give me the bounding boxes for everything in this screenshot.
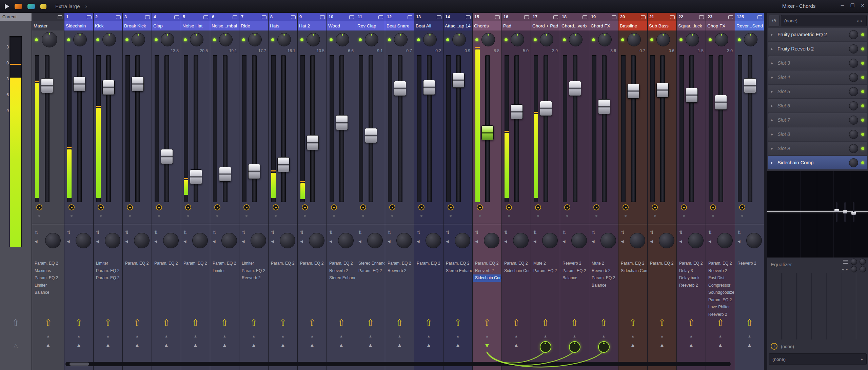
slot-enable-led[interactable] bbox=[861, 76, 864, 79]
track-header[interactable]: 9 Hat 2 bbox=[298, 13, 327, 30]
record-arm-dot[interactable] bbox=[187, 215, 189, 217]
insert-effect-label[interactable]: Stereo Enhancer bbox=[357, 260, 384, 267]
record-arm-dot[interactable] bbox=[304, 215, 306, 217]
pan-knob[interactable] bbox=[511, 33, 524, 46]
volume-fader[interactable] bbox=[511, 104, 523, 119]
mixer-track-strip[interactable]: 19 Chord FX -3.6 ⇅ ◀ Mute 2Reeverb 2Para… bbox=[589, 13, 618, 370]
volume-fader[interactable] bbox=[132, 77, 144, 91]
slot-expand-arrow[interactable]: ▸ bbox=[771, 132, 774, 137]
route-to-master-icon[interactable]: ⇧ bbox=[298, 318, 327, 328]
mixer-track-strip[interactable]: 1 Sidechain ⇅ ◀ ⇧ ▲ ▲ bbox=[64, 13, 93, 370]
pan-knob[interactable] bbox=[627, 33, 641, 46]
track-header[interactable]: 2 Kick bbox=[94, 13, 122, 30]
track-header[interactable]: 12 Beat Snare bbox=[385, 13, 414, 30]
mixer-track-strip[interactable]: 23 Chop FX -3.0 ⇅ ◀ Param. EQ 2Reeverb 2… bbox=[706, 13, 735, 370]
track-enable-button[interactable] bbox=[127, 204, 133, 210]
mixer-track-strip[interactable]: 15 Chords -8.8 ⇅ ◀ Param. EQ 2Reeverb 2S… bbox=[473, 13, 501, 370]
track-header[interactable]: 18 Chord...verb bbox=[560, 13, 589, 30]
mixer-track-strip[interactable]: 13 Beat All -0.2 ⇅ ◀ Param. EQ 2 ⇧ ▲ ▲ bbox=[414, 13, 443, 370]
effect-slot[interactable]: ▸ Slot 8 bbox=[768, 127, 867, 141]
track-name[interactable]: Noise...mbal bbox=[210, 21, 239, 30]
fader-track[interactable] bbox=[660, 55, 665, 202]
pan-knob[interactable] bbox=[277, 33, 291, 46]
updown-arrows-icon[interactable]: ⇅ bbox=[592, 230, 595, 235]
slot-enable-led[interactable] bbox=[861, 33, 864, 36]
mini-fader-handle[interactable] bbox=[834, 209, 839, 212]
insert-effect-label[interactable]: Mute 2 bbox=[532, 260, 559, 267]
volume-fader[interactable] bbox=[394, 81, 406, 96]
route-small-arrow[interactable]: ▲ bbox=[706, 334, 735, 338]
slot-expand-arrow[interactable]: ▸ bbox=[771, 146, 774, 151]
track-enable-button[interactable] bbox=[98, 204, 104, 210]
pan-knob[interactable] bbox=[248, 33, 262, 46]
volume-fader[interactable] bbox=[41, 78, 53, 93]
eq-mini-fader[interactable] bbox=[836, 202, 837, 222]
track-enable-button[interactable] bbox=[477, 204, 483, 210]
volume-fader[interactable] bbox=[161, 149, 173, 164]
select-arrows-icon[interactable]: ◂ ▸ bbox=[856, 19, 863, 23]
record-arm-dot[interactable] bbox=[38, 215, 40, 217]
record-arm-dot[interactable] bbox=[537, 215, 539, 217]
fader-track[interactable] bbox=[427, 55, 432, 202]
track-header[interactable]: 1 Sidechain bbox=[64, 13, 93, 30]
effect-slot[interactable]: ▸ Slot 4 bbox=[768, 70, 867, 84]
route-small-arrow[interactable]: ▲ bbox=[735, 334, 764, 338]
track-name[interactable]: Noise Hat bbox=[181, 21, 210, 30]
slot-mix-knob[interactable] bbox=[849, 30, 858, 39]
stereo-separation-knob[interactable] bbox=[630, 233, 645, 248]
record-arm-dot[interactable] bbox=[362, 215, 364, 217]
route-small-arrow[interactable]: ▲ bbox=[531, 334, 560, 338]
plugin-back-button[interactable]: ↺ bbox=[769, 15, 780, 26]
volume-fader[interactable] bbox=[481, 125, 494, 140]
insert-effect-label[interactable]: Param. EQ 2 bbox=[473, 260, 501, 267]
stereo-separation-knob[interactable] bbox=[455, 233, 470, 248]
route-to-master-icon[interactable]: ⇧ bbox=[502, 318, 531, 328]
track-enable-button[interactable] bbox=[623, 204, 629, 210]
mini-fader-handle[interactable] bbox=[843, 210, 847, 213]
track-name[interactable]: Rever...Send bbox=[735, 21, 764, 30]
track-enable-button[interactable] bbox=[564, 204, 570, 210]
track-header[interactable]: 19 Chord FX bbox=[589, 13, 618, 30]
mixer-track-strip[interactable]: 9 Hat 2 -10.5 ⇅ ◀ Param. EQ 2 ⇧ ▲ ▲ bbox=[298, 13, 327, 370]
volume-fader[interactable] bbox=[423, 80, 435, 95]
fader-track[interactable] bbox=[718, 55, 723, 202]
route-target-arrow[interactable]: ▲ bbox=[327, 342, 356, 348]
mixer-track-strip[interactable]: 22 Squar...luck -1.5 ⇅ ◀ Param. EQ 2Dela… bbox=[677, 13, 706, 370]
track-name[interactable]: Chord...verb bbox=[560, 21, 589, 30]
slot-enable-led[interactable] bbox=[861, 147, 864, 150]
route-small-arrow[interactable]: ▲ bbox=[356, 334, 385, 338]
updown-arrows-icon[interactable]: ⇅ bbox=[329, 230, 333, 235]
updown-arrows-icon[interactable]: ⇅ bbox=[271, 230, 275, 235]
insert-effect-label[interactable]: Param. EQ 2 bbox=[94, 267, 122, 275]
input-source-select[interactable]: (none) ◂ ▸ bbox=[781, 15, 867, 26]
send-amount-knob[interactable] bbox=[598, 341, 610, 353]
insert-effect-label[interactable]: Limiter bbox=[240, 260, 268, 267]
route-to-master-icon[interactable]: ⇧ bbox=[181, 318, 210, 328]
route-to-master-icon[interactable]: ⇧ bbox=[618, 318, 647, 328]
record-arm-dot[interactable] bbox=[741, 215, 743, 217]
volume-fader[interactable] bbox=[540, 101, 552, 116]
volume-fader[interactable] bbox=[365, 128, 377, 143]
slot-expand-arrow[interactable]: ▸ bbox=[771, 160, 774, 165]
route-small-arrow[interactable]: ▲ bbox=[473, 334, 501, 338]
volume-fader[interactable] bbox=[656, 83, 669, 98]
track-name[interactable]: Chord FX bbox=[589, 21, 618, 30]
maximize-button[interactable]: ❐ bbox=[850, 3, 855, 8]
mixer-track-strip[interactable]: 20 Bassline -0.7 ⇅ ◀ Param. EQ 2Sidechai… bbox=[618, 13, 647, 370]
mixer-track-strip[interactable]: 125 Rever...Send ⇅ ◀ Reeverb 2 ⇧ ▲ ▲ bbox=[735, 13, 764, 370]
marker-icon[interactable] bbox=[27, 4, 35, 9]
track-enable-button[interactable] bbox=[506, 204, 512, 210]
track-name[interactable]: Sidechain bbox=[64, 21, 93, 30]
insert-effect-label[interactable]: Love Philter bbox=[707, 304, 734, 311]
insert-effect-label[interactable]: Reeverb 2 bbox=[240, 274, 268, 282]
slot-enable-led[interactable] bbox=[861, 62, 864, 65]
chevron-right-icon[interactable]: ▸ bbox=[861, 357, 863, 362]
updown-arrows-icon[interactable]: ⇅ bbox=[446, 230, 450, 235]
track-name[interactable]: Chords bbox=[473, 21, 501, 30]
route-target-arrow[interactable]: ▲ bbox=[648, 342, 676, 348]
insert-effect-label[interactable]: Balance bbox=[590, 282, 618, 289]
volume-fader[interactable] bbox=[248, 164, 260, 179]
route-small-arrow[interactable]: ▲ bbox=[414, 334, 443, 338]
track-header[interactable]: 14 Attac...ap 14 bbox=[443, 13, 472, 30]
pan-knob[interactable] bbox=[452, 33, 466, 46]
